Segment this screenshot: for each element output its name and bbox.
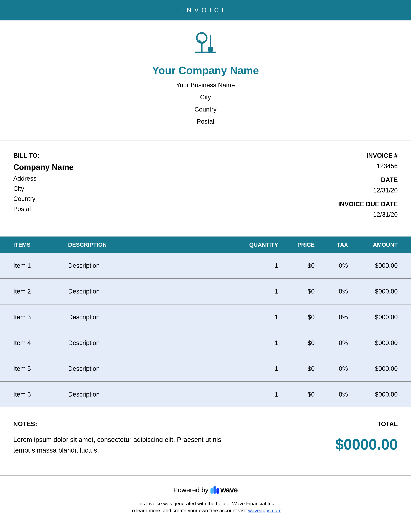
cell-item: Item 1 bbox=[13, 262, 68, 269]
cell-tax: 0% bbox=[315, 391, 348, 398]
cell-tax: 0% bbox=[315, 365, 348, 372]
col-price-header: PRICE bbox=[278, 241, 315, 248]
cell-description: Description bbox=[68, 288, 237, 295]
bill-to-city: City bbox=[13, 185, 74, 192]
cell-item: Item 5 bbox=[13, 365, 68, 372]
notes-block: NOTES: Lorem ipsum dolor sit amet, conse… bbox=[13, 420, 229, 456]
cell-description: Description bbox=[68, 314, 237, 321]
bill-to-country: Country bbox=[13, 195, 74, 202]
footer-line-2-text: To learn more, and create your own free … bbox=[130, 508, 248, 513]
cell-price: $0 bbox=[278, 391, 315, 398]
cell-quantity: 1 bbox=[237, 262, 278, 269]
invoice-info-block: INVOICE # 123456 DATE 12/31/20 INVOICE D… bbox=[338, 152, 398, 225]
invoice-meta: BILL TO: Company Name Address City Count… bbox=[0, 141, 411, 237]
cell-description: Description bbox=[68, 365, 237, 372]
due-date-label: INVOICE DUE DATE bbox=[338, 201, 398, 208]
cell-tax: 0% bbox=[315, 314, 348, 321]
footer-line-1: This invoice was generated with the help… bbox=[0, 501, 411, 506]
cell-tax: 0% bbox=[315, 288, 348, 295]
footer-line-2: To learn more, and create your own free … bbox=[0, 508, 411, 513]
summary-section: NOTES: Lorem ipsum dolor sit amet, conse… bbox=[0, 407, 411, 475]
bill-to-company: Company Name bbox=[13, 162, 74, 172]
powered-by-text: Powered by bbox=[173, 486, 208, 494]
company-postal: Postal bbox=[0, 118, 411, 125]
cell-price: $0 bbox=[278, 365, 315, 372]
col-tax-header: TAX bbox=[315, 241, 348, 248]
waveapps-link[interactable]: waveapps.com bbox=[248, 508, 281, 513]
cell-amount: $000.00 bbox=[348, 339, 398, 347]
cell-amount: $000.00 bbox=[348, 391, 398, 398]
cell-description: Description bbox=[68, 262, 237, 269]
cell-amount: $000.00 bbox=[348, 288, 398, 295]
cell-item: Item 6 bbox=[13, 391, 68, 398]
cell-item: Item 4 bbox=[13, 339, 68, 347]
bill-to-postal: Postal bbox=[13, 205, 74, 213]
cell-amount: $000.00 bbox=[348, 314, 398, 321]
col-description-header: DESCRIPTION bbox=[68, 241, 237, 248]
table-row: Item 5Description1$00%$000.00 bbox=[0, 356, 411, 382]
cell-quantity: 1 bbox=[237, 288, 278, 295]
cell-description: Description bbox=[68, 391, 237, 398]
cell-item: Item 3 bbox=[13, 314, 68, 321]
table-row: Item 6Description1$00%$000.00 bbox=[0, 382, 411, 407]
footer: Powered by wave This invoice was generat… bbox=[0, 476, 411, 531]
cell-quantity: 1 bbox=[237, 365, 278, 372]
col-quantity-header: QUANTITY bbox=[237, 241, 278, 248]
notes-text: Lorem ipsum dolor sit amet, consectetur … bbox=[13, 434, 229, 456]
bill-to-block: BILL TO: Company Name Address City Count… bbox=[13, 152, 74, 225]
cell-quantity: 1 bbox=[237, 339, 278, 347]
invoice-due-date: 12/31/20 bbox=[338, 211, 398, 218]
invoice-date: 12/31/20 bbox=[338, 187, 398, 194]
cell-tax: 0% bbox=[315, 339, 348, 347]
table-row: Item 2Description1$00%$000.00 bbox=[0, 279, 411, 304]
invoice-number-label: INVOICE # bbox=[338, 152, 398, 159]
svg-point-0 bbox=[197, 33, 207, 43]
invoice-number: 123456 bbox=[338, 162, 398, 170]
col-items-header: ITEMS bbox=[13, 241, 68, 248]
cell-price: $0 bbox=[278, 262, 315, 269]
cell-quantity: 1 bbox=[237, 314, 278, 321]
cell-amount: $000.00 bbox=[348, 365, 398, 372]
cell-tax: 0% bbox=[315, 262, 348, 269]
bill-to-label: BILL TO: bbox=[13, 152, 74, 159]
cell-item: Item 2 bbox=[13, 288, 68, 295]
cell-price: $0 bbox=[278, 314, 315, 321]
col-amount-header: AMOUNT bbox=[348, 241, 398, 248]
table-row: Item 4Description1$00%$000.00 bbox=[0, 330, 411, 356]
cell-price: $0 bbox=[278, 288, 315, 295]
total-block: TOTAL $0000.00 bbox=[336, 420, 398, 456]
table-body: Item 1Description1$00%$000.00Item 2Descr… bbox=[0, 253, 411, 407]
svg-line-3 bbox=[202, 42, 204, 44]
table-row: Item 1Description1$00%$000.00 bbox=[0, 253, 411, 279]
invoice-banner: INVOICE bbox=[0, 0, 411, 20]
cell-price: $0 bbox=[278, 339, 315, 347]
table-row: Item 3Description1$00%$000.00 bbox=[0, 304, 411, 330]
cell-quantity: 1 bbox=[237, 391, 278, 398]
powered-by: Powered by wave bbox=[0, 486, 411, 494]
total-amount: $0000.00 bbox=[336, 436, 398, 453]
wave-brand-text: wave bbox=[220, 486, 238, 494]
total-label: TOTAL bbox=[336, 420, 398, 428]
company-country: Country bbox=[0, 106, 411, 113]
table-header: ITEMS DESCRIPTION QUANTITY PRICE TAX AMO… bbox=[0, 237, 411, 253]
company-city: City bbox=[0, 94, 411, 101]
date-label: DATE bbox=[338, 176, 398, 183]
business-name: Your Business Name bbox=[0, 82, 411, 89]
notes-label: NOTES: bbox=[13, 420, 229, 428]
cell-amount: $000.00 bbox=[348, 262, 398, 269]
cell-description: Description bbox=[68, 339, 237, 347]
invoice-header: Your Company Name Your Business Name Cit… bbox=[0, 20, 411, 140]
bill-to-address: Address bbox=[13, 175, 74, 182]
company-logo-icon bbox=[193, 30, 218, 56]
company-name: Your Company Name bbox=[0, 64, 411, 77]
wave-logo-icon: wave bbox=[210, 486, 238, 494]
